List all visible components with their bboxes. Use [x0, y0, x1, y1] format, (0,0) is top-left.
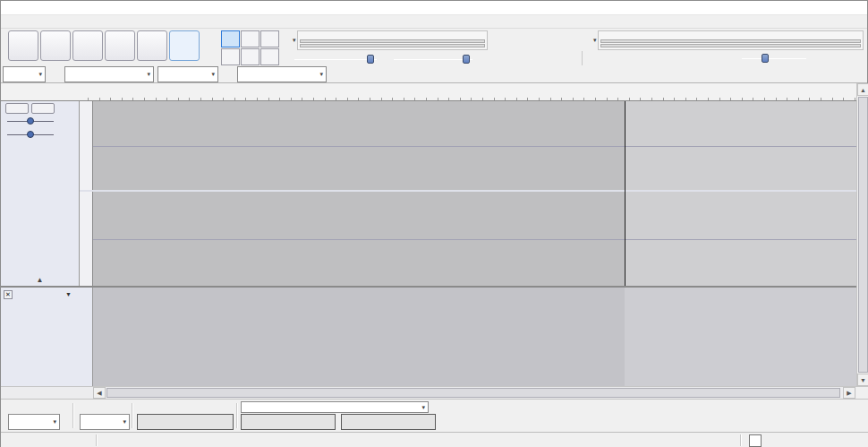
record-button[interactable]	[169, 30, 200, 61]
skip-to-start-button[interactable]	[105, 30, 135, 61]
speaker-icon	[222, 68, 234, 81]
recording-meter-toolbar: ▾	[280, 30, 488, 50]
mute-button[interactable]	[5, 103, 29, 114]
label-track-content[interactable]	[93, 288, 856, 386]
vertical-scrollbar-thumb[interactable]	[858, 97, 868, 373]
waveform-channel-right[interactable]	[93, 192, 856, 286]
waveform-channel-left[interactable]	[93, 101, 856, 190]
recording-meter[interactable]	[297, 30, 488, 50]
zoom-tool-button[interactable]	[221, 48, 240, 65]
playback-device-select[interactable]: ▾	[237, 66, 327, 82]
zoom-toolbar	[629, 50, 717, 66]
slider-thumb[interactable]	[367, 55, 374, 64]
recording-meter-bar-right	[300, 44, 485, 47]
recording-device-select[interactable]: ▾	[64, 66, 154, 82]
maximize-button[interactable]	[815, 1, 841, 14]
close-track-button[interactable]: ✕	[4, 290, 13, 299]
window-controls	[789, 1, 867, 14]
edit-toolbar	[489, 50, 621, 66]
slider-thumb[interactable]	[27, 117, 34, 125]
meter-dropdown-icon[interactable]: ▾	[293, 37, 296, 44]
unselected-region	[625, 288, 856, 386]
pause-button[interactable]	[8, 30, 38, 61]
playback-volume-slider[interactable]	[394, 53, 472, 65]
vertical-ruler-ch1[interactable]	[80, 101, 93, 190]
paste-button[interactable]	[525, 50, 541, 66]
recording-meter-bar-left	[300, 39, 485, 43]
horizontal-scrollbar-thumb[interactable]	[106, 388, 840, 398]
waveform-ch1	[93, 101, 362, 190]
horizontal-scrollbar[interactable]: ◀ ▶	[1, 386, 868, 399]
play-button[interactable]	[40, 30, 71, 61]
vertical-scrollbar[interactable]: ▲ ▼	[856, 83, 868, 386]
selection-tool-button[interactable]	[221, 30, 240, 47]
zoom-selection-button[interactable]	[665, 50, 681, 66]
selection-start-field[interactable]	[241, 414, 336, 430]
vertical-ruler-ch2[interactable]	[80, 192, 93, 286]
minimize-button[interactable]	[789, 1, 815, 14]
statusbar-separator	[96, 434, 97, 446]
multi-tool-button[interactable]	[260, 48, 279, 65]
playback-meter-bar-left	[600, 39, 861, 43]
speaker-icon	[379, 53, 391, 65]
menu-bar	[1, 15, 867, 29]
status-bar	[1, 432, 868, 447]
snap-to-select[interactable]: ▾	[80, 414, 130, 430]
chevron-down-icon: ▾	[208, 71, 215, 78]
meter-dropdown-icon[interactable]: ▾	[593, 37, 597, 44]
trim-audio-button[interactable]	[543, 50, 559, 66]
recording-volume-slider[interactable]	[294, 53, 377, 65]
playback-meter-bar-right	[600, 44, 861, 47]
selection-end-field[interactable]	[341, 414, 436, 430]
track-control-panel[interactable]: ▲	[1, 101, 80, 286]
scroll-up-icon[interactable]: ▲	[857, 83, 868, 96]
edit-cursor	[625, 101, 625, 286]
slider-thumb[interactable]	[463, 55, 470, 64]
play-at-speed-button[interactable]	[722, 50, 738, 66]
audio-position-field[interactable]	[137, 414, 234, 430]
solo-button[interactable]	[31, 103, 55, 114]
scroll-right-icon[interactable]: ▶	[843, 387, 855, 399]
selection-mode-select[interactable]: ▾	[241, 401, 429, 413]
zoom-out-button[interactable]	[647, 50, 663, 66]
chevron-down-icon: ▾	[120, 418, 126, 426]
timeline-ruler[interactable]	[1, 83, 856, 101]
project-rate-select[interactable]: ▾	[8, 414, 60, 430]
label-track-panel[interactable]: ✕ ▼	[1, 288, 93, 386]
tools-toolbar	[221, 30, 279, 65]
draw-tool-button[interactable]	[260, 30, 279, 47]
playback-speed-slider[interactable]	[742, 52, 806, 64]
zoom-fit-button[interactable]	[683, 50, 699, 66]
envelope-tool-button[interactable]	[241, 30, 260, 47]
gain-slider[interactable]	[5, 116, 55, 125]
playback-meter[interactable]	[598, 30, 864, 50]
toolbar-area: ▾ ▾	[1, 29, 867, 83]
toolbar-separator	[72, 403, 73, 428]
audio-host-select[interactable]: ▾	[3, 66, 46, 82]
zoom-toggle-button[interactable]	[701, 50, 717, 66]
slider-groove	[742, 58, 806, 59]
label-track: ✕ ▼	[1, 288, 856, 386]
collapse-track-icon[interactable]: ▲	[37, 276, 44, 284]
redo-button[interactable]	[605, 50, 621, 66]
silence-audio-button[interactable]	[561, 50, 577, 66]
audacity-window: ▾ ▾	[0, 0, 868, 447]
speaker-icon	[581, 34, 592, 47]
cut-button[interactable]	[489, 50, 506, 66]
microphone-icon	[280, 53, 292, 65]
recording-channels-select[interactable]: ▾	[157, 66, 218, 82]
track-menu-icon[interactable]: ▼	[65, 291, 72, 297]
close-button[interactable]	[841, 1, 867, 14]
skip-to-end-button[interactable]	[137, 30, 167, 61]
undo-button[interactable]	[587, 50, 603, 66]
chevron-down-icon: ▾	[317, 71, 323, 78]
stop-button[interactable]	[72, 30, 103, 61]
scroll-left-icon[interactable]: ◀	[93, 387, 106, 399]
scroll-down-icon[interactable]: ▼	[857, 374, 868, 386]
slider-thumb[interactable]	[762, 54, 769, 63]
copy-button[interactable]	[507, 50, 523, 66]
pan-slider[interactable]	[5, 130, 55, 139]
slider-thumb[interactable]	[27, 131, 34, 138]
timeshift-tool-button[interactable]	[241, 48, 260, 65]
zoom-in-button[interactable]	[629, 50, 645, 66]
